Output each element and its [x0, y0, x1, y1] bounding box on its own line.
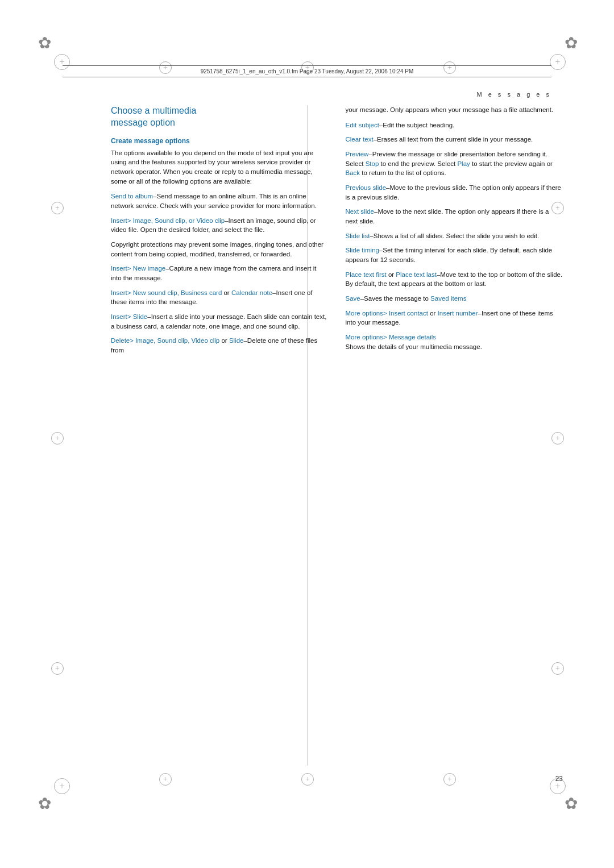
crosshair-left-bot — [51, 662, 64, 675]
crosshair-bottom-mid — [301, 773, 314, 786]
option-label-more-insert: More options> Insert contact — [346, 310, 428, 317]
option-label-preview: Preview — [346, 151, 369, 157]
option-label-insert-slide: Insert> Slide — [111, 313, 147, 320]
crosshair-bottom-left — [159, 773, 172, 786]
option-label-delete-slide: Slide — [229, 337, 244, 344]
reg-mark-top-right — [550, 54, 566, 70]
option-insert-slide: Insert> Slide–Insert a slide into your m… — [111, 312, 329, 331]
option-clear-text: Clear text–Erases all text from the curr… — [346, 135, 563, 144]
page-container: ✿ ✿ ✿ ✿ 9251758_6275i_1_en_au_oth_v1.0.f… — [0, 0, 614, 868]
page-number: 23 — [555, 775, 563, 783]
option-insert-new-image: Insert> New image–Capture a new image fr… — [111, 264, 329, 283]
spiral-mark-top-right: ✿ — [561, 33, 581, 53]
crosshair-left-top — [51, 202, 64, 214]
option-slide-list: Slide list–Shows a list of all slides. S… — [346, 231, 563, 241]
spiral-mark-bottom-right: ✿ — [561, 794, 581, 814]
option-insert-media: Insert> Image, Sound clip, or Video clip… — [111, 216, 329, 235]
reg-mark-bottom-left — [54, 778, 70, 794]
option-edit-subject: Edit subject–Edit the subject heading. — [346, 121, 563, 130]
option-more-insert: More options> Insert contact or Insert n… — [346, 309, 563, 327]
option-insert-sound-biz: Insert> New sound clip, Business card or… — [111, 288, 329, 307]
option-place-text: Place text first or Place text last–Move… — [346, 270, 563, 289]
copyright-notice: Copyright protections may prevent some i… — [111, 240, 329, 259]
option-label-delete: Delete> Image, Sound clip, Video clip — [111, 337, 219, 344]
option-label-clear-text: Clear text — [346, 136, 374, 143]
file-header: 9251758_6275i_1_en_au_oth_v1.0.fm Page 2… — [63, 65, 551, 77]
option-label-save: Save — [346, 295, 360, 302]
left-column: Choose a multimediamessage option Create… — [111, 105, 329, 766]
option-label-next-slide: Next slide — [346, 208, 375, 215]
option-save: Save–Saves the message to Saved items — [346, 294, 563, 304]
intro-paragraph: The options available to you depend on t… — [111, 148, 329, 186]
option-prev-slide: Previous slide–Move to the previous slid… — [346, 183, 563, 202]
option-label-insert-media: Insert> Image, Sound clip, or Video clip — [111, 217, 225, 224]
sub-heading-create: Create message options — [111, 137, 329, 145]
crosshair-left-mid — [51, 432, 64, 445]
spiral-mark-top-left: ✿ — [34, 33, 55, 53]
right-column: your message. Only appears when your mes… — [346, 105, 563, 766]
option-next-slide: Next slide–Move to the next slide. The o… — [346, 207, 563, 226]
option-send-to-album: Send to album–Send message to an online … — [111, 192, 329, 210]
option-label-play: Play — [457, 160, 470, 167]
option-label-prev-slide: Previous slide — [346, 184, 387, 191]
file-info-text: 9251758_6275i_1_en_au_oth_v1.0.fm Page 2… — [63, 68, 551, 74]
columns-wrapper: Choose a multimediamessage option Create… — [111, 105, 563, 766]
option-label-send-to-album: Send to album — [111, 193, 153, 200]
option-delete: Delete> Image, Sound clip, Video clip or… — [111, 336, 329, 355]
option-label-stop: Stop — [366, 160, 379, 167]
option-slide-timing: Slide timing–Set the timing interval for… — [346, 246, 563, 264]
option-preview: Preview–Preview the message or slide pre… — [346, 149, 563, 178]
option-label-back: Back — [346, 169, 360, 176]
option-more-details: More options> Message details Shows the … — [346, 333, 563, 351]
main-heading: Choose a multimediamessage option — [111, 105, 329, 129]
option-label-new-sound: Insert> New sound clip, Business card — [111, 289, 222, 296]
option-label-insert-number: Insert number — [438, 310, 478, 317]
option-label-saved-items: Saved items — [430, 295, 466, 302]
option-label-calendar: Calendar note — [231, 289, 272, 296]
option-label-place-text-first: Place text first — [346, 271, 387, 278]
option-label-edit-subject: Edit subject — [346, 122, 379, 128]
continuation-text: your message. Only appears when your mes… — [346, 105, 563, 115]
option-label-new-image: Insert> New image — [111, 265, 165, 272]
option-label-message-details: More options> Message details — [346, 334, 437, 340]
option-label-place-text-last: Place text last — [396, 271, 437, 278]
option-label-slide-list: Slide list — [346, 232, 370, 239]
spiral-mark-bottom-left: ✿ — [34, 794, 55, 814]
option-label-slide-timing: Slide timing — [346, 247, 379, 254]
section-header: M e s s a g e s — [476, 91, 551, 98]
crosshair-bottom-right — [443, 773, 456, 786]
